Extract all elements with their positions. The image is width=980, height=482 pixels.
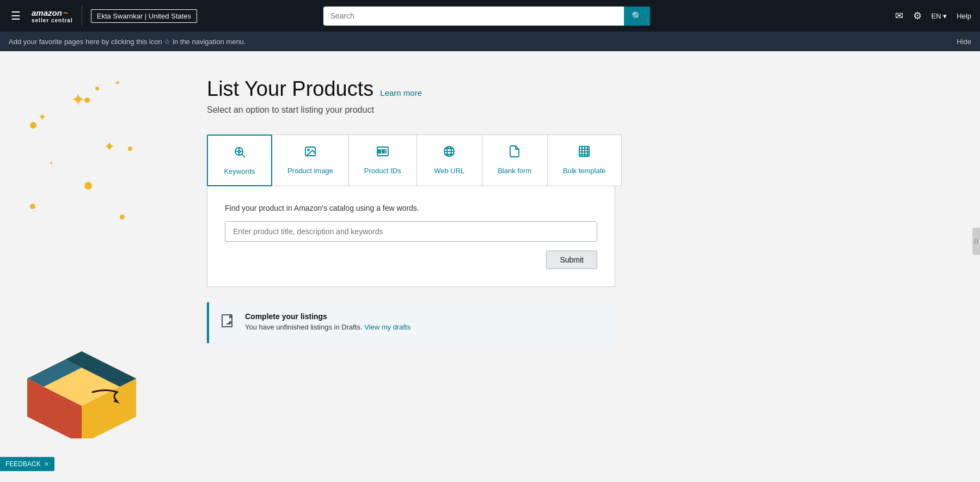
tab-product-image-label: Product image (287, 167, 333, 175)
nav-right-actions: ✉ ⚙ EN ▾ Help (895, 10, 971, 22)
deco-star-3: ✦ (114, 78, 121, 87)
tab-product-ids[interactable]: Product IDs (349, 135, 417, 186)
amazon-logo[interactable]: amazon ~ seller central (32, 8, 73, 23)
tab-product-ids-label: Product IDs (364, 167, 401, 175)
tab-bulk-template[interactable]: Bulk template (548, 135, 622, 186)
tab-blank-form-label: Blank form (498, 167, 531, 175)
tab-web-url[interactable]: Web URL (417, 135, 482, 186)
deco-dot-1 (84, 97, 90, 103)
hamburger-menu[interactable]: ☰ (9, 7, 23, 25)
edit-document-icon (220, 313, 236, 333)
web-url-icon (443, 145, 456, 161)
learn-more-link[interactable]: Learn more (380, 88, 422, 97)
mail-icon[interactable]: ✉ (895, 10, 903, 22)
feedback-close-icon[interactable]: ✕ (44, 461, 49, 468)
nav-divider (82, 6, 82, 26)
complete-title: Complete your listings (245, 312, 411, 321)
svg-line-7 (242, 155, 246, 158)
product-ids-icon (376, 145, 389, 161)
complete-listings-text: Complete your listings You have unfinish… (245, 312, 411, 331)
deco-dot-4 (128, 147, 132, 151)
deco-star-1: ✦ (71, 89, 85, 110)
feedback-button[interactable]: FEEDBACK ✕ (0, 457, 54, 471)
tab-blank-form[interactable]: Blank form (482, 135, 548, 186)
page-title: List Your Products (207, 77, 373, 101)
help-link[interactable]: Help (957, 12, 971, 20)
product-image-icon (304, 145, 317, 161)
view-my-drafts-link[interactable]: View my drafts (364, 323, 411, 331)
submit-row: Submit (225, 251, 597, 269)
search-bar: 🔍 (323, 7, 650, 26)
deco-star-2: ✦ (38, 111, 46, 123)
tab-bulk-template-label: Bulk template (563, 167, 606, 175)
search-input[interactable] (323, 7, 624, 25)
deco-star-4: ✦ (103, 138, 115, 155)
keywords-description: Find your product in Amazon's catalog us… (225, 204, 597, 212)
svg-line-36 (226, 324, 228, 325)
svg-point-14 (308, 149, 309, 151)
feedback-label: FEEDBACK (5, 460, 41, 468)
left-decoration: ✦ ✦ ✦ ✦ ✦ (0, 51, 174, 482)
option-tabs: Keywords Product image (207, 135, 947, 186)
deco-dot-6 (30, 204, 35, 209)
seller-central-label: seller central (32, 17, 73, 23)
settings-icon[interactable]: ⚙ (913, 10, 922, 22)
scroll-handle[interactable]: ⟨⟩ (972, 228, 980, 255)
deco-dot-5 (84, 182, 92, 190)
deco-dot-2 (95, 87, 99, 90)
search-button[interactable]: 🔍 (624, 7, 650, 26)
fav-bar-message: Add your favorite pages here by clicking… (9, 38, 246, 46)
account-selector[interactable]: Ekta Swarnkar | United States (91, 9, 197, 23)
tab-keywords-label: Keywords (224, 167, 255, 175)
bulk-template-icon (578, 145, 591, 161)
main-content: ✦ ✦ ✦ ✦ ✦ (0, 51, 980, 482)
keywords-icon (233, 145, 246, 162)
complete-listings-section: Complete your listings You have unfinish… (207, 302, 615, 343)
box-illustration (11, 297, 152, 438)
hide-fav-bar-button[interactable]: Hide (957, 38, 971, 46)
complete-desc-text: You have unfinished listings in Drafts. (245, 323, 363, 331)
tab-product-image[interactable]: Product image (272, 135, 349, 186)
right-content: List Your Products Learn more Select an … (174, 51, 980, 482)
complete-desc: You have unfinished listings in Drafts. … (245, 323, 411, 331)
svg-rect-15 (377, 147, 388, 156)
favorites-bar: Add your favorite pages here by clicking… (0, 32, 980, 51)
top-navigation: ☰ amazon ~ seller central Ekta Swarnkar … (0, 0, 980, 32)
tab-keywords[interactable]: Keywords (207, 135, 272, 186)
deco-dot-7 (120, 215, 125, 219)
svg-point-8 (238, 150, 240, 152)
deco-dot-3 (30, 122, 36, 129)
keyword-search-input[interactable] (225, 221, 597, 242)
svg-rect-35 (222, 315, 232, 327)
language-selector[interactable]: EN ▾ (932, 12, 947, 20)
blank-form-icon (508, 145, 521, 161)
deco-star-5: ✦ (49, 160, 53, 166)
keywords-panel: Find your product in Amazon's catalog us… (207, 186, 615, 287)
submit-button[interactable]: Submit (546, 251, 597, 269)
tab-web-url-label: Web URL (434, 167, 464, 175)
page-title-row: List Your Products Learn more (207, 77, 947, 101)
page-subtitle: Select an option to start listing your p… (207, 105, 947, 115)
